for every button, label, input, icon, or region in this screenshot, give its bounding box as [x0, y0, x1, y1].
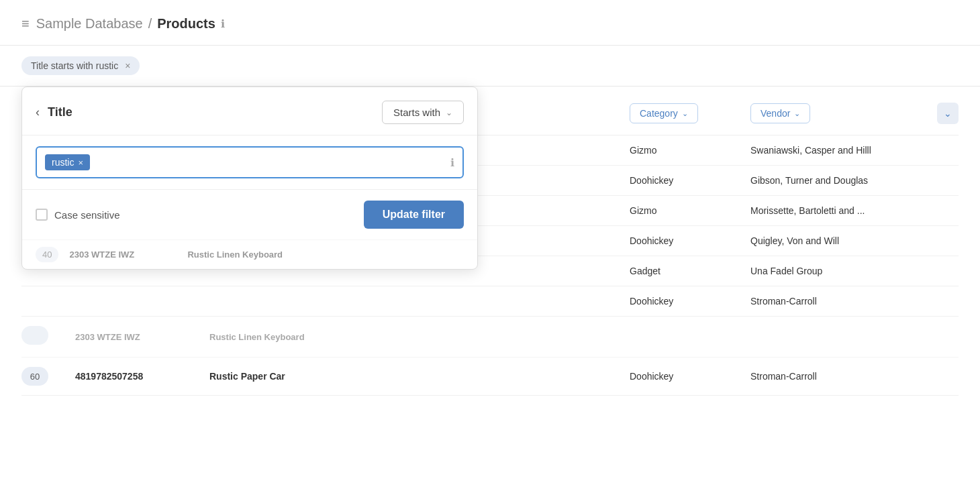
filter-panel-header: ‹ Title Starts with ⌄ [22, 87, 477, 135]
vendor-column-header: Vendor ⌄ [750, 103, 925, 123]
filter-badge-close-icon[interactable]: × [125, 60, 130, 71]
row-vendor-cell: Gibson, Turner and Douglas [750, 175, 925, 186]
case-sensitive-label: Case sensitive [54, 209, 120, 221]
filter-condition-label: Starts with [393, 107, 440, 118]
filter-input-info-icon[interactable]: ℹ [450, 156, 454, 169]
filter-badge[interactable]: Title starts with rustic × [21, 56, 140, 75]
toolbar: Title starts with rustic × [0, 46, 980, 87]
row-vendor-cell: Una Fadel Group [750, 266, 925, 276]
faded-title: Rustic Linen Keyboard [187, 250, 283, 260]
row-vendor-cell: Swaniawski, Casper and Hilll [750, 145, 925, 156]
bottom-row-1[interactable]: 2303 WTZE IWZ Rustic Linen Keyboard [21, 317, 959, 358]
table-row[interactable]: Doohickey Stroman-Carroll [21, 286, 959, 317]
row-category-cell: Doohickey [630, 235, 750, 246]
category-filter-button[interactable]: Category ⌄ [630, 103, 698, 123]
breadcrumb: Sample Database / Products ℹ [36, 16, 225, 32]
category-column-header: Category ⌄ [630, 103, 750, 123]
database-name: Sample Database [36, 16, 143, 32]
vendor-chevron-icon: ⌄ [794, 109, 800, 118]
main-content: ‹ Title Starts with ⌄ rustic × ℹ Case se [0, 87, 980, 396]
table-name: Products [157, 16, 215, 32]
faded-id: 40 [36, 247, 58, 262]
row-category-cell: Doohickey [630, 175, 750, 186]
page-header: ≡ Sample Database / Products ℹ [0, 0, 980, 46]
row-vendor-cell: Stroman-Carroll [750, 296, 925, 307]
filter-badge-label: Title starts with rustic [31, 60, 118, 71]
bottom-row-2[interactable]: 60 4819782507258 Rustic Paper Car Doohic… [21, 358, 959, 396]
case-sensitive-group: Case sensitive [36, 209, 120, 221]
database-icon: ≡ [21, 16, 30, 32]
row-category-cell: Gizmo [630, 145, 750, 156]
filter-back-icon[interactable]: ‹ [36, 105, 40, 119]
row-vendor-cell: Quigley, Von and Will [750, 235, 925, 246]
breadcrumb-separator: / [148, 16, 152, 32]
row-vendor-cell: Morissette, Bartoletti and ... [750, 205, 925, 216]
filter-input-area: rustic × ℹ [22, 135, 477, 190]
filter-panel: ‹ Title Starts with ⌄ rustic × ℹ Case se [21, 87, 478, 270]
vendor-label: Vendor [761, 108, 790, 119]
faded-row: 40 2303 WTZE IWZ Rustic Linen Keyboard [22, 239, 477, 269]
filter-panel-footer: Case sensitive Update filter [22, 190, 477, 239]
col-chevron-spacer: ⌄ [925, 103, 959, 124]
faded-barcode: 2303 WTZE IWZ [69, 250, 177, 260]
row-category-cell: Gadget [630, 266, 750, 276]
filter-tag-value: rustic [52, 157, 74, 168]
condition-chevron-icon: ⌄ [446, 108, 452, 117]
filter-panel-title: Title [48, 105, 72, 119]
table-expand-button[interactable]: ⌄ [937, 103, 959, 124]
filter-tag: rustic × [45, 154, 90, 170]
table-info-icon[interactable]: ℹ [221, 17, 225, 30]
case-sensitive-checkbox[interactable] [36, 209, 48, 221]
vendor-filter-button[interactable]: Vendor ⌄ [750, 103, 810, 123]
filter-tag-close-icon[interactable]: × [78, 158, 83, 168]
category-label: Category [640, 108, 678, 119]
filter-condition-button[interactable]: Starts with ⌄ [382, 101, 464, 124]
row-category-cell: Doohickey [630, 296, 750, 307]
category-chevron-icon: ⌄ [682, 109, 688, 118]
filter-input-box[interactable]: rustic × ℹ [36, 146, 464, 178]
filter-title-group: ‹ Title [36, 105, 72, 119]
update-filter-button[interactable]: Update filter [364, 201, 464, 229]
row-category-cell: Gizmo [630, 205, 750, 216]
filter-search-input[interactable] [95, 157, 445, 168]
